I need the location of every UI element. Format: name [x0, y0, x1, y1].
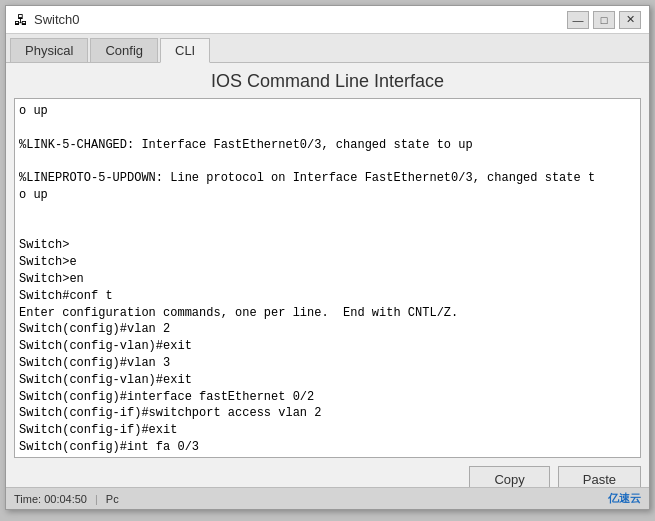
- main-window: 🖧 Switch0 — □ ✕ Physical Config CLI IOS …: [5, 5, 650, 510]
- tab-cli[interactable]: CLI: [160, 38, 210, 63]
- window-title: Switch0: [34, 12, 80, 27]
- tab-bar: Physical Config CLI: [6, 34, 649, 63]
- close-button[interactable]: ✕: [619, 11, 641, 29]
- status-bar: Time: 00:04:50 | Pc 亿速云: [6, 487, 649, 509]
- status-divider: |: [95, 493, 98, 505]
- title-bar-controls: — □ ✕: [567, 11, 641, 29]
- page-title: IOS Command Line Interface: [6, 63, 649, 98]
- minimize-button[interactable]: —: [567, 11, 589, 29]
- brand-logo: 亿速云: [608, 491, 641, 506]
- status-pc: Pc: [106, 493, 119, 505]
- cli-terminal[interactable]: o up %LINK-5-CHANGED: Interface FastEthe…: [14, 98, 641, 458]
- restore-button[interactable]: □: [593, 11, 615, 29]
- cli-output: o up %LINK-5-CHANGED: Interface FastEthe…: [19, 103, 636, 458]
- tab-physical[interactable]: Physical: [10, 38, 88, 62]
- tab-config[interactable]: Config: [90, 38, 158, 62]
- status-time: Time: 00:04:50: [14, 493, 87, 505]
- title-bar-left: 🖧 Switch0: [14, 12, 80, 28]
- window-icon: 🖧: [14, 12, 28, 28]
- title-bar: 🖧 Switch0 — □ ✕: [6, 6, 649, 34]
